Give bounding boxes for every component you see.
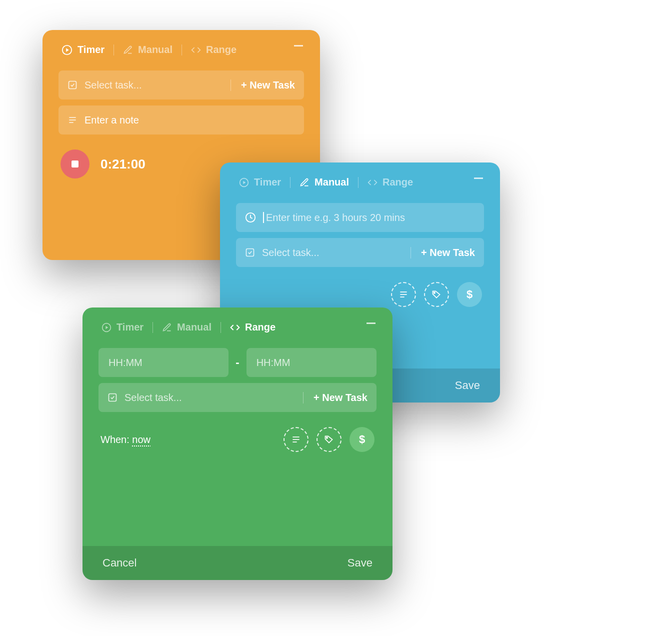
dollar-icon: $ [359,433,365,446]
play-circle-icon [62,44,72,56]
billable-button[interactable]: $ [350,427,374,452]
tab-range[interactable]: Range [368,176,413,188]
tag-icon [324,434,334,444]
play-circle-icon [239,178,249,188]
save-button[interactable]: Save [455,379,480,392]
select-task-field[interactable]: Select task... + New Task [236,238,484,267]
range-dash: - [236,356,239,369]
edit-icon [300,178,310,188]
separator [114,44,114,56]
start-time-field[interactable]: HH:MM [98,348,228,377]
separator [182,44,182,56]
tabs-row: Timer Manual Range [220,162,500,197]
tab-timer-label: Timer [254,176,281,188]
tab-range-label: Range [382,176,413,188]
tags-button[interactable] [316,427,342,452]
tab-manual-label: Manual [177,322,212,333]
action-row: When: now $ [82,418,392,461]
range-icon [191,45,201,55]
tab-range-label: Range [245,322,276,333]
note-lines-icon [68,115,78,125]
icon-buttons: $ [284,427,374,452]
select-task-field[interactable]: Select task... + New Task [58,70,304,100]
elapsed-time: 0:21:00 [100,156,146,172]
edit-icon [123,45,133,55]
separator [152,322,153,333]
range-icon [368,178,378,188]
tag-icon [432,290,442,300]
time-range-row: HH:MM - HH:MM [98,348,376,377]
when-label: When: [100,434,132,445]
play-circle-icon [102,322,112,332]
note-placeholder: Enter a note [84,114,295,126]
when-value[interactable]: now [132,434,150,445]
start-time-placeholder: HH:MM [108,357,142,368]
tab-manual[interactable]: Manual [162,322,212,333]
note-field[interactable]: Enter a note [58,106,304,134]
billable-button[interactable]: $ [457,282,482,307]
note-button[interactable] [284,427,308,452]
select-task-placeholder: Select task... [84,80,226,91]
separator [290,177,290,188]
select-task-field[interactable]: Select task... + New Task [98,383,376,412]
tab-range[interactable]: Range [230,322,276,333]
note-lines-icon [398,290,408,300]
select-task-placeholder: Select task... [262,247,406,258]
stop-button[interactable] [60,150,90,178]
tab-range[interactable]: Range [191,44,236,56]
svg-point-17 [326,437,328,438]
clock-icon [245,212,256,223]
tab-manual-label: Manual [138,44,172,56]
select-task-placeholder: Select task... [124,392,298,404]
dollar-icon: $ [466,288,472,301]
text-cursor [263,212,264,223]
when-row: When: now [100,434,150,446]
tab-manual[interactable]: Manual [123,44,172,56]
save-button[interactable]: Save [348,556,372,570]
tab-timer-label: Timer [78,44,104,56]
minimize-button[interactable] [474,178,483,179]
end-time-placeholder: HH:MM [256,357,290,368]
new-task-button[interactable]: + New Task [410,247,475,258]
new-task-button[interactable]: + New Task [230,80,295,91]
minimize-button[interactable] [366,322,376,324]
tab-range-label: Range [206,44,236,56]
tab-manual-label: Manual [314,176,349,188]
cancel-button[interactable]: Cancel [102,556,136,570]
stop-icon [72,160,78,168]
svg-rect-1 [69,82,76,89]
note-button[interactable] [391,282,416,307]
tab-timer[interactable]: Timer [102,322,144,333]
separator [220,322,221,333]
check-square-icon [68,80,78,90]
minimize-button[interactable] [294,45,303,46]
tab-manual[interactable]: Manual [300,176,349,188]
check-square-icon [108,392,118,402]
time-input-placeholder: Enter time e.g. 3 hours 20 mins [266,212,475,224]
tags-button[interactable] [424,282,449,307]
range-icon [230,322,240,332]
footer: Cancel Save [82,546,392,580]
tabs-row: Timer Manual Range [42,30,320,64]
svg-rect-13 [109,394,116,402]
tab-timer-label: Timer [116,322,144,333]
time-input-field[interactable]: Enter time e.g. 3 hours 20 mins [236,203,484,232]
check-square-icon [245,248,255,258]
svg-rect-7 [246,249,254,256]
tabs-row: Timer Manual Range [82,308,392,342]
end-time-field[interactable]: HH:MM [246,348,376,377]
separator [358,177,358,188]
icon-buttons: $ [391,282,482,307]
tab-timer[interactable]: Timer [62,44,104,56]
svg-point-11 [434,292,436,294]
range-card: Timer Manual Range HH:MM - HH:MM [82,308,392,580]
tab-timer[interactable]: Timer [239,176,281,188]
note-lines-icon [291,434,301,444]
edit-icon [162,322,172,332]
new-task-button[interactable]: + New Task [303,392,368,404]
